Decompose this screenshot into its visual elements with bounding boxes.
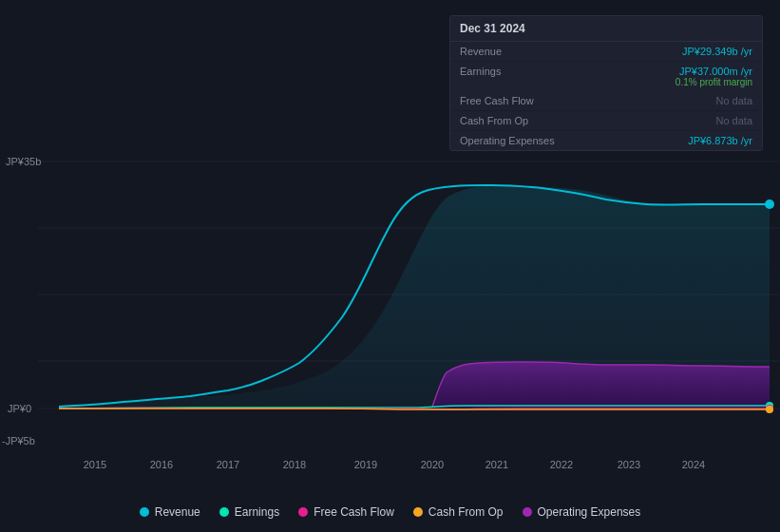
revenue-dot (140, 507, 149, 517)
tooltip-cfo-value: No data (715, 115, 752, 126)
legend-revenue[interactable]: Revenue (140, 505, 200, 519)
legend-fcf-label: Free Cash Flow (314, 505, 394, 519)
svg-text:-JP¥5b: -JP¥5b (2, 435, 35, 446)
svg-text:2018: 2018 (283, 459, 306, 470)
legend-opex-label: Operating Expenses (538, 505, 641, 519)
tooltip-earnings-label: Earnings (460, 66, 564, 77)
earnings-dot (219, 507, 229, 517)
fcf-dot (298, 507, 308, 517)
svg-point-9 (766, 406, 773, 413)
svg-text:2015: 2015 (84, 459, 106, 470)
svg-text:2021: 2021 (485, 459, 508, 470)
svg-text:JP¥35b: JP¥35b (6, 156, 41, 167)
tooltip-revenue-row: Revenue JP¥29.349b /yr (450, 42, 762, 62)
tooltip-panel: Dec 31 2024 Revenue JP¥29.349b /yr Earni… (449, 15, 763, 151)
legend-earnings-label: Earnings (235, 505, 279, 519)
svg-text:2019: 2019 (354, 459, 377, 470)
legend-cfo[interactable]: Cash From Op (413, 505, 504, 519)
tooltip-date: Dec 31 2024 (450, 16, 762, 42)
chart-legend: Revenue Earnings Free Cash Flow Cash Fro… (0, 505, 780, 519)
tooltip-margin-value: 0.1% profit margin (675, 77, 752, 87)
tooltip-fcf-row: Free Cash Flow No data (450, 91, 762, 111)
cfo-dot (413, 507, 423, 517)
svg-point-6 (765, 200, 774, 209)
legend-earnings[interactable]: Earnings (219, 505, 279, 519)
tooltip-opex-value: JP¥6.873b /yr (688, 135, 752, 146)
svg-text:2016: 2016 (150, 459, 173, 470)
tooltip-margin-sub: 0.1% profit margin (450, 77, 762, 91)
tooltip-earnings-row: Earnings JP¥37.000m /yr (450, 62, 762, 77)
svg-text:2020: 2020 (421, 459, 444, 470)
tooltip-fcf-value: No data (715, 95, 752, 106)
opex-dot (523, 507, 532, 517)
svg-text:2017: 2017 (217, 459, 239, 470)
tooltip-revenue-value: JP¥29.349b /yr (682, 46, 752, 57)
legend-opex[interactable]: Operating Expenses (523, 505, 641, 519)
tooltip-opex-label: Operating Expenses (460, 135, 564, 146)
svg-text:JP¥0: JP¥0 (8, 403, 31, 414)
legend-revenue-label: Revenue (155, 505, 200, 519)
tooltip-opex-row: Operating Expenses JP¥6.873b /yr (450, 131, 762, 150)
tooltip-cfo-row: Cash From Op No data (450, 111, 762, 131)
svg-text:2024: 2024 (682, 459, 705, 470)
tooltip-cfo-label: Cash From Op (460, 115, 564, 126)
tooltip-fcf-label: Free Cash Flow (460, 95, 564, 106)
legend-fcf[interactable]: Free Cash Flow (298, 505, 394, 519)
svg-text:2022: 2022 (550, 459, 573, 470)
tooltip-revenue-label: Revenue (460, 46, 564, 57)
svg-text:2023: 2023 (618, 459, 640, 470)
tooltip-earnings-value: JP¥37.000m /yr (679, 66, 752, 77)
legend-cfo-label: Cash From Op (428, 505, 504, 519)
